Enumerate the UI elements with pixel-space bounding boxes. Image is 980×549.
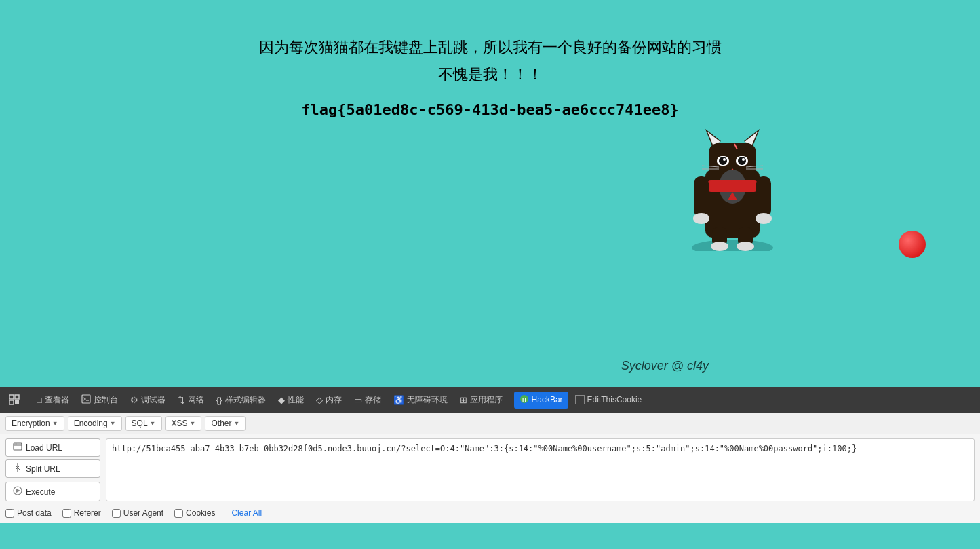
app-icon: ⊞ — [460, 395, 467, 405]
console-icon — [81, 394, 91, 406]
svg-rect-18 — [756, 176, 771, 217]
storage-icon: ▭ — [354, 395, 362, 405]
other-label: Other — [211, 419, 231, 428]
xss-label: XSS — [172, 419, 188, 428]
svg-point-41 — [16, 444, 18, 445]
load-url-button[interactable]: Load URL — [5, 438, 100, 457]
memory-icon: ◇ — [316, 395, 323, 405]
xss-arrow-icon: ▼ — [190, 420, 196, 427]
main-content: 因为每次猫猫都在我键盘上乱跳，所以我有一个良好的备份网站的习惯 不愧是我！！！ … — [0, 0, 980, 387]
style-editor-icon: {} — [216, 395, 222, 405]
svg-rect-32 — [15, 395, 19, 399]
user-agent-option[interactable]: User Agent — [112, 508, 163, 518]
post-data-checkbox[interactable] — [5, 509, 14, 518]
svg-rect-31 — [9, 400, 14, 404]
encryption-menu[interactable]: Encryption ▼ — [5, 416, 64, 431]
svg-point-24 — [737, 242, 754, 251]
devtools-toolbar: □ 查看器 控制台 ⚙ 调试器 ⇅ 网络 {} 样式编辑器 ◆ 性能 ◇ 内存 … — [0, 387, 980, 413]
devtools-performance-label: 性能 — [288, 394, 304, 406]
chinese-text: 因为每次猫猫都在我键盘上乱跳，所以我有一个良好的备份网站的习惯 不愧是我！！！ — [259, 34, 722, 88]
user-agent-checkbox[interactable] — [112, 509, 121, 518]
inspector-icon: □ — [37, 395, 42, 405]
svg-point-11 — [723, 158, 726, 161]
other-menu[interactable]: Other ▼ — [205, 416, 246, 431]
split-url-button[interactable]: Split URL — [5, 459, 100, 478]
devtools-storage[interactable]: ▭ 存储 — [349, 392, 387, 409]
signature: Syclover @ cl4y — [621, 359, 709, 373]
cookies-option[interactable]: Cookies — [174, 508, 215, 518]
url-input[interactable]: http://51bca455-aba7-4b33-b7eb-0bb32d28f… — [106, 438, 975, 501]
svg-point-0 — [692, 240, 773, 251]
sql-menu[interactable]: SQL ▼ — [125, 416, 162, 431]
devtools-storage-label: 存储 — [365, 394, 381, 406]
encoding-menu[interactable]: Encoding ▼ — [68, 416, 122, 431]
red-ball — [899, 231, 926, 258]
referer-option[interactable]: Referer — [62, 508, 101, 518]
referer-checkbox[interactable] — [62, 509, 71, 518]
devtools-hackbar[interactable]: H HackBar — [514, 392, 568, 409]
load-url-label: Load URL — [26, 443, 62, 453]
network-icon: ⇅ — [178, 395, 185, 405]
options-row: Post data Referer User Agent Cookies Cle… — [0, 506, 980, 523]
devtools-console[interactable]: 控制台 — [76, 392, 123, 409]
devtools-debugger-label: 调试器 — [141, 394, 165, 406]
user-agent-label: User Agent — [123, 508, 163, 518]
editcookie-checkbox[interactable] — [575, 395, 585, 404]
devtools-app-label: 应用程序 — [470, 394, 503, 406]
svg-point-12 — [742, 158, 745, 161]
cookies-checkbox[interactable] — [174, 509, 183, 518]
url-row: Load URL Split URL — [0, 434, 980, 506]
devtools-memory[interactable]: ◇ 内存 — [311, 392, 347, 409]
execute-label: Execute — [26, 487, 55, 497]
post-data-label: Post data — [17, 508, 52, 518]
other-arrow-icon: ▼ — [233, 420, 239, 427]
performance-icon: ◆ — [278, 395, 285, 405]
devtools-style-editor[interactable]: {} 样式编辑器 — [211, 392, 271, 409]
hackbar-icon: H — [520, 394, 529, 406]
svg-point-20 — [756, 213, 772, 224]
devtools-editthiscookie[interactable]: EditThisCookie — [570, 392, 648, 407]
devtools-network-label: 网络 — [188, 394, 204, 406]
left-buttons: Load URL Split URL — [5, 438, 100, 501]
devtools-inspector[interactable]: □ 查看器 — [31, 392, 75, 409]
toolbar-separator — [28, 393, 28, 406]
svg-point-23 — [711, 242, 728, 251]
sql-arrow-icon: ▼ — [150, 420, 156, 427]
sql-label: SQL — [132, 419, 148, 428]
devtools-accessibility-label: 无障碍环境 — [407, 394, 448, 406]
toolbar-separator-2 — [511, 393, 511, 406]
hackbar-menu-row: Encryption ▼ Encoding ▼ SQL ▼ XSS ▼ Othe… — [0, 413, 980, 434]
url-text: http://51bca455-aba7-4b33-b7eb-0bb32d28f… — [112, 443, 857, 455]
svg-marker-44 — [16, 489, 20, 493]
clear-all-button[interactable]: Clear All — [231, 508, 262, 518]
svg-point-40 — [14, 444, 16, 445]
devtools-performance[interactable]: ◆ 性能 — [273, 392, 309, 409]
split-url-label: Split URL — [26, 464, 60, 474]
xss-menu[interactable]: XSS ▼ — [165, 416, 202, 431]
devtools-network[interactable]: ⇅ 网络 — [172, 392, 210, 409]
svg-point-19 — [693, 213, 709, 224]
svg-text:H: H — [522, 397, 526, 403]
svg-point-9 — [719, 157, 727, 165]
cat-figure — [682, 115, 783, 254]
svg-rect-30 — [9, 395, 14, 399]
post-data-option[interactable]: Post data — [5, 508, 52, 518]
encryption-label: Encryption — [12, 419, 50, 428]
flag-text: flag{5a01ed8c-c569-413d-bea5-ae6ccc741ee… — [301, 101, 678, 118]
split-url-icon — [13, 463, 22, 474]
svg-point-10 — [738, 157, 746, 165]
devtools-inspect-button[interactable] — [3, 392, 25, 408]
hackbar-panel: Encryption ▼ Encoding ▼ SQL ▼ XSS ▼ Othe… — [0, 413, 980, 523]
debugger-icon: ⚙ — [130, 395, 138, 405]
encryption-arrow-icon: ▼ — [52, 420, 58, 427]
devtools-debugger[interactable]: ⚙ 调试器 — [125, 392, 171, 409]
devtools-accessibility[interactable]: ♿ 无障碍环境 — [388, 392, 453, 409]
svg-rect-15 — [707, 180, 758, 192]
encoding-label: Encoding — [74, 419, 108, 428]
editcookie-label: EditThisCookie — [587, 395, 642, 404]
hackbar-label: HackBar — [532, 395, 563, 404]
devtools-app[interactable]: ⊞ 应用程序 — [454, 392, 508, 409]
devtools-console-label: 控制台 — [94, 394, 118, 406]
execute-button[interactable]: Execute — [5, 482, 100, 501]
accessibility-icon: ♿ — [393, 395, 404, 405]
